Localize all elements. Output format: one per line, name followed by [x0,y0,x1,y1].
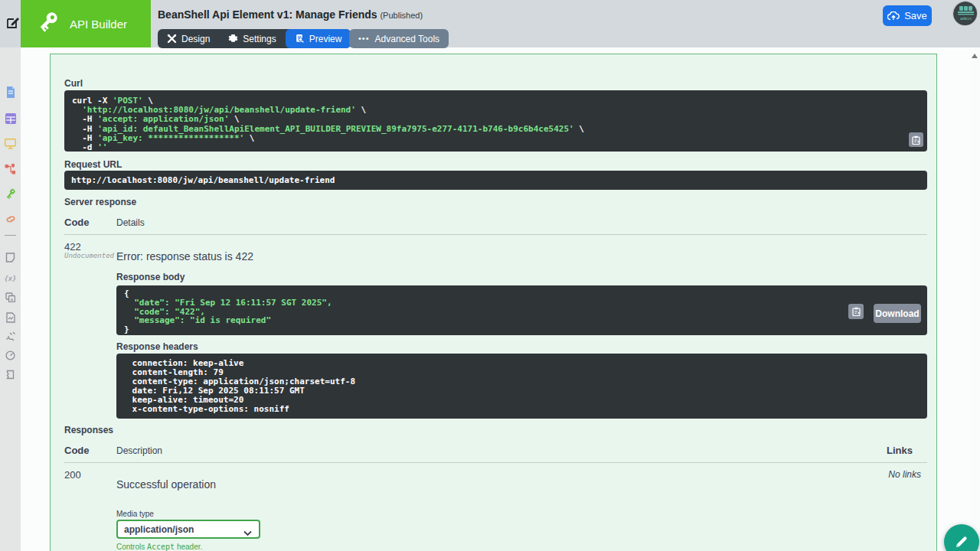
grid-icon[interactable] [5,112,16,124]
server-response-heading: Server response [64,197,136,207]
response-200-links: No links [888,469,921,480]
response-body-label: Response body [116,272,185,282]
response-headers-label: Response headers [116,341,198,352]
copy-curl-button[interactable] [909,132,923,147]
file-icon[interactable] [5,311,16,323]
design-tools-icon [167,34,177,44]
clipboard-icon [912,135,920,145]
flowchart-icon[interactable] [5,163,16,174]
server-response-details-col: Details [116,217,145,228]
responses-heading: Responses [64,425,113,435]
undocumented-label: Undocumented [64,252,114,259]
note-icon[interactable] [5,252,16,263]
builder-sidebar: {x} a [0,47,21,551]
responses-code-col: Code [64,445,90,456]
pencil-icon [954,534,969,549]
media-type-label: Media type [116,510,154,518]
preview-doc-icon [295,34,305,44]
preview-panel: Curl curl -X 'POST' \ 'http://localhost:… [50,54,937,551]
braces-icon[interactable]: {x} [5,272,16,284]
response-status-code: 422 [64,241,81,253]
ellipsis-icon: ••• [358,34,370,43]
tab-design[interactable]: Design [158,29,219,48]
page-icon[interactable] [5,369,16,380]
scroll-up-arrow-icon[interactable] [972,54,978,58]
link-icon[interactable] [5,213,16,224]
page-scrollbar[interactable] [970,47,980,551]
curl-label: Curl [64,78,83,89]
media-type-select[interactable]: application/json [116,520,260,539]
tab-settings[interactable]: Settings [219,29,285,48]
compose-icon[interactable] [5,15,21,30]
table-divider [64,462,927,463]
download-button[interactable]: Download [874,304,921,323]
gauge-icon[interactable] [5,350,16,361]
gear-icon [228,34,238,44]
error-message: Error: response status is 422 [116,250,253,262]
response-headers-block: connection: keep-alive content-length: 7… [116,354,927,419]
response-200-code: 200 [64,469,81,481]
copy-pages-icon[interactable]: a [5,292,16,303]
sidebar-divider [5,235,16,236]
api-builder-logo: API Builder [21,0,151,47]
tab-advanced-tools[interactable]: ••• Advanced Tools [349,29,449,48]
table-divider [64,234,927,235]
responses-description-col: Description [116,445,162,456]
curl-code-block: curl -X 'POST' \ 'http://localhost:8080/… [64,90,927,152]
responses-links-col: Links [887,445,913,456]
plug-icon[interactable] [5,331,16,342]
clipboard-icon [852,307,861,316]
published-badge: (Published) [380,11,423,20]
media-type-hint: Controls Accept header. [116,543,202,551]
monitor-icon[interactable] [5,138,16,149]
save-button[interactable]: Save [883,5,932,26]
svg-text:a: a [11,297,13,302]
app-name: API Builder [70,18,127,31]
key-logo-icon [34,9,60,38]
document-icon[interactable] [5,86,16,98]
page-title: BeanShell Api Element v1: Manage Friends… [158,8,423,21]
server-response-code-col: Code [64,217,90,228]
request-url-value: http://localhost:8080/jw/api/beanshell/u… [64,171,927,190]
builder-tabbar: Design Settings Preview [158,29,351,48]
app-header: API Builder BeanShell Api Element v1: Ma… [0,0,980,47]
response-200-description: Successful operation [116,478,216,491]
request-url-label: Request URL [64,159,122,170]
user-avatar[interactable]: admin [952,1,978,26]
copy-response-button[interactable] [848,304,864,319]
cloud-upload-icon [887,11,900,21]
tab-preview[interactable]: Preview [286,29,351,48]
key-icon[interactable] [5,188,16,200]
svg-text:admin: admin [960,16,972,21]
response-body-block: { "date": "Fri Sep 12 16:11:57 SGT 2025"… [116,285,927,335]
